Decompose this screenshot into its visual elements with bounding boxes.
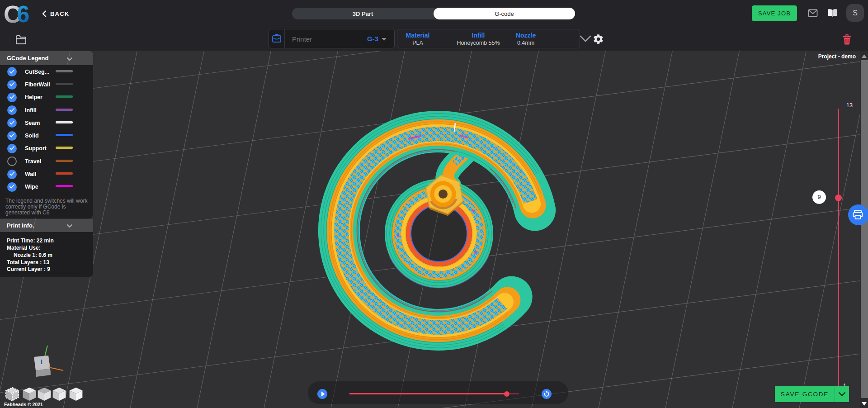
svg-text:6: 6: [17, 2, 29, 25]
